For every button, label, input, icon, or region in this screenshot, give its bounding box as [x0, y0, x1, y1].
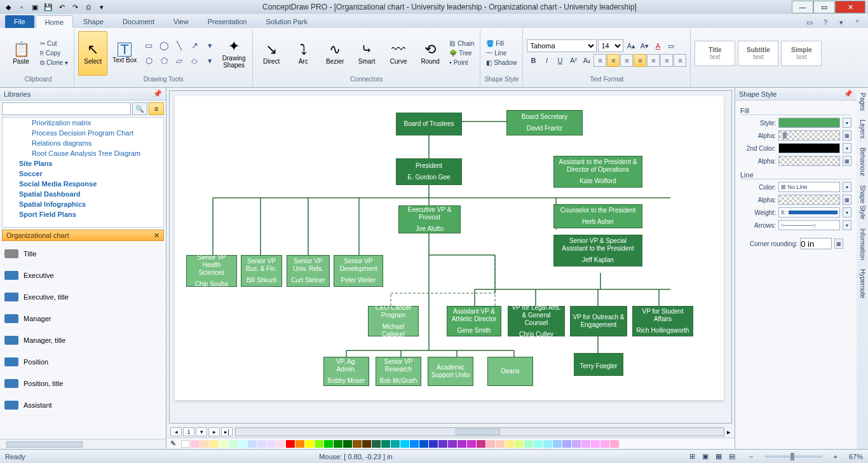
org-box[interactable]: Senior VP Health SciencesChip Souba	[186, 255, 237, 287]
org-box[interactable]: Academic Support Units	[428, 357, 473, 386]
qat-new-icon[interactable]: ▫	[16, 1, 27, 13]
swatch[interactable]	[534, 440, 543, 448]
stencil-item[interactable]: Executive, title	[2, 286, 164, 308]
textbox-button[interactable]: TText Box	[110, 31, 139, 76]
stencil-item[interactable]: Position, title	[2, 373, 164, 394]
swatch[interactable]	[295, 440, 304, 448]
chevron-up-icon[interactable]: ^	[851, 17, 863, 28]
org-box[interactable]: Assistant to the President & Director of…	[553, 156, 642, 188]
swatch[interactable]	[210, 440, 219, 448]
alpha-slider[interactable]	[778, 130, 840, 141]
tree-category[interactable]: Site Plans	[3, 158, 163, 169]
tab-layers[interactable]: Layers	[859, 120, 866, 139]
swatch[interactable]	[343, 440, 352, 448]
stencil-header[interactable]: Organizational chart✕	[2, 230, 164, 241]
tab-presentation[interactable]: Presentation	[199, 15, 256, 28]
tab-home[interactable]: Home	[36, 15, 73, 28]
swatch[interactable]	[200, 440, 209, 448]
tab-information[interactable]: Information	[859, 228, 866, 260]
org-box[interactable]: CEO Cancer ProgramMichael Caligiuri	[368, 306, 419, 336]
swatch[interactable]	[191, 440, 200, 448]
tool-icon[interactable]: ⬡	[142, 54, 156, 68]
valign-icon[interactable]: ≡	[647, 54, 660, 67]
org-box[interactable]: Senior VP & Special Assistant to the Pre…	[553, 235, 642, 266]
view-icon[interactable]: ▤	[726, 452, 738, 462]
org-box[interactable]: Board of Trustees	[396, 113, 462, 135]
swatch[interactable]	[572, 440, 581, 448]
org-box[interactable]: Senior VP Bus. & Fin.Bill Shkurti	[241, 255, 282, 287]
zoom-slider[interactable]	[765, 455, 822, 458]
swatch[interactable]	[267, 440, 276, 448]
pin-icon[interactable]: 📌	[153, 90, 162, 98]
swatch[interactable]	[219, 440, 228, 448]
tool-icon[interactable]: ▾	[203, 54, 217, 68]
bold-icon[interactable]: B	[527, 54, 539, 67]
help-icon[interactable]: ?	[820, 17, 831, 28]
line-arrows[interactable]: ○───────○	[778, 220, 840, 230]
tree-item[interactable]: Process Decision Program Chart	[3, 128, 163, 138]
zoom-value[interactable]: 67%	[849, 453, 863, 460]
stencil-item[interactable]: Executive	[2, 265, 164, 286]
swatch[interactable]	[248, 440, 257, 448]
round-button[interactable]: ⟲Round	[416, 31, 445, 76]
swatch[interactable]	[515, 440, 524, 448]
char-icon[interactable]: ▭	[665, 39, 677, 52]
arc-button[interactable]: ⤵Arc	[288, 31, 318, 76]
view-icon[interactable]: ⊞	[686, 452, 698, 462]
zoom-out-icon[interactable]: −	[749, 453, 753, 460]
swatch[interactable]	[410, 440, 419, 448]
smart-button[interactable]: ⤷Smart	[352, 31, 381, 76]
tool-icon[interactable]: ⬠	[157, 54, 171, 68]
tool-icon[interactable]: ▱	[172, 54, 186, 68]
org-box[interactable]: VP for Legal Affs. & General CounselChri…	[508, 306, 565, 336]
font-size-select[interactable]: 14	[598, 39, 623, 52]
org-box[interactable]: VP for Outreach & Engagement	[570, 306, 627, 336]
tab-pages[interactable]: Pages	[859, 93, 866, 111]
more-icon[interactable]: ▾	[203, 39, 217, 53]
dropdown-icon[interactable]: ▾	[843, 118, 851, 128]
tab-behaviour[interactable]: Behaviour	[859, 148, 866, 176]
library-search-input[interactable]	[2, 102, 131, 115]
tab-solution-park[interactable]: Solution Park	[257, 15, 316, 28]
canvas-hscrollbar[interactable]	[235, 427, 724, 436]
org-box[interactable]: Senior VP Univ. Rels.Curt Steiner	[287, 255, 330, 287]
eyedropper-icon[interactable]: ✎	[170, 439, 180, 448]
line-icon[interactable]: ╲	[172, 39, 186, 53]
swatch[interactable]	[181, 440, 190, 448]
org-box[interactable]: Senior VP ResearchBob McGrath	[376, 357, 421, 386]
org-box[interactable]: Deans	[487, 357, 533, 386]
align-left-icon[interactable]: ≡	[593, 54, 606, 67]
swatch[interactable]	[334, 440, 342, 448]
tree-category[interactable]: Soccer	[3, 169, 163, 179]
qat-open-icon[interactable]: ▣	[29, 1, 41, 13]
tab-file[interactable]: File	[5, 15, 34, 28]
close-button[interactable]: ✕	[835, 1, 865, 13]
italic-icon[interactable]: I	[540, 54, 553, 67]
org-box[interactable]: Board SecretaryDavid Frantz	[506, 110, 583, 135]
drawing-shapes-button[interactable]: ✦Drawing Shapes	[219, 31, 248, 76]
align-right-icon[interactable]: ≡	[620, 54, 633, 67]
org-box[interactable]: Assistant VP & Athletic DirectorGene Smi…	[447, 306, 501, 336]
swatch[interactable]	[438, 440, 447, 448]
swatch[interactable]	[477, 440, 485, 448]
corner-rounding-input[interactable]	[800, 238, 832, 249]
swatch[interactable]	[600, 440, 609, 448]
swatch[interactable]	[381, 440, 390, 448]
style-title[interactable]: Titletext	[695, 41, 735, 66]
swatch[interactable]	[315, 440, 323, 448]
valign-middle-icon[interactable]: ≡	[634, 54, 646, 67]
swatch[interactable]	[286, 440, 295, 448]
tab-view[interactable]: View	[165, 15, 198, 28]
drawing-page[interactable]: Board of Trustees Board SecretaryDavid F…	[175, 96, 724, 400]
scroll-end-icon[interactable]: ▸	[727, 428, 731, 436]
minimize-button[interactable]: —	[792, 1, 813, 13]
swatch[interactable]	[505, 440, 514, 448]
fill-button[interactable]: 🪣 Fill	[484, 39, 519, 48]
rect-icon[interactable]: ▭	[142, 39, 156, 53]
subscript-icon[interactable]: A₂	[580, 54, 593, 67]
swatch[interactable]	[467, 440, 476, 448]
library-view-icon[interactable]: ≡	[149, 102, 164, 115]
line-weight[interactable]: 8:	[778, 207, 840, 218]
chain-button[interactable]: ⛓ Chain	[447, 39, 476, 48]
swatch[interactable]	[610, 440, 619, 448]
